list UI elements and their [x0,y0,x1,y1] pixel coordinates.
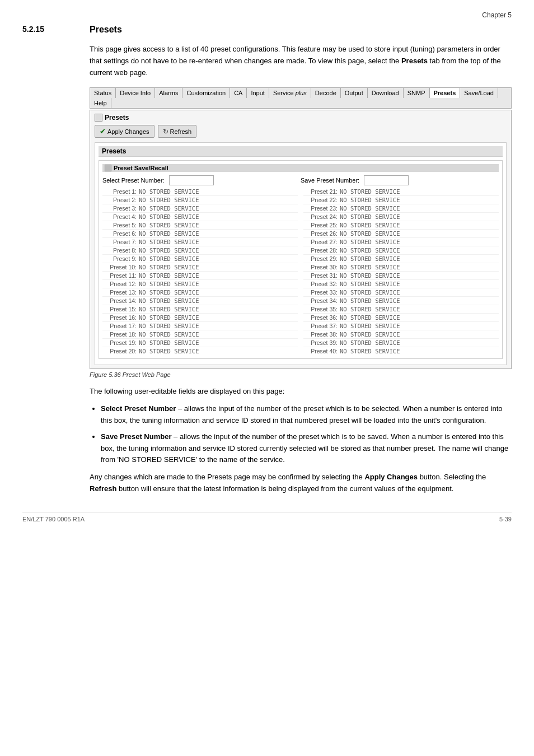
presets-section-title: Presets [99,146,503,157]
list-item: Preset 15:NO STORED SERVICE [102,305,298,314]
save-preset-input[interactable] [364,175,409,185]
nav-item-presets[interactable]: Presets [430,88,461,98]
apply-changes-button[interactable]: ✔ Apply Changes [95,125,154,138]
nav-item-help[interactable]: Help [90,98,111,108]
preset-num: Preset 5: [102,222,139,228]
preset-num: Preset 33: [303,289,340,296]
description-paragraph: This page gives access to a list of 40 p… [90,44,512,78]
preset-value: NO STORED SERVICE [340,205,400,212]
nav-item-decode[interactable]: Decode [311,88,341,98]
section-body: This page gives access to a list of 40 p… [90,44,512,495]
refresh-label: Refresh [170,128,192,135]
preset-num: Preset 19: [102,339,139,346]
preset-value: NO STORED SERVICE [340,314,400,321]
nav-item-device-info[interactable]: Device Info [116,88,155,98]
chapter-ref: Chapter 5 [22,11,512,19]
preset-num: Preset 10: [102,264,139,270]
body-outro: Any changes which are made to the Preset… [90,472,512,495]
refresh-bold: Refresh [90,484,116,493]
refresh-button[interactable]: ↻ Refresh [158,125,197,138]
list-item: Preset 36:NO STORED SERVICE [303,314,499,322]
preset-save-recall-title: Preset Save/Recall [102,164,499,172]
list-item: Preset 23:NO STORED SERVICE [303,204,499,213]
nav-item-customization[interactable]: Customization [182,88,230,98]
list-item: Preset 1:NO STORED SERVICE [102,188,298,196]
list-item: Preset 39:NO STORED SERVICE [303,339,499,347]
preset-num: Preset 3: [102,205,139,212]
list-item: Preset 30:NO STORED SERVICE [303,263,499,272]
list-item: Preset 6:NO STORED SERVICE [102,230,298,238]
preset-num: Preset 16: [102,314,139,321]
preset-value: NO STORED SERVICE [340,281,400,287]
preset-value: NO STORED SERVICE [340,197,400,203]
list-item: Preset 19:NO STORED SERVICE [102,339,298,347]
bullet-list: Select Preset Number – allows the input … [101,403,512,466]
section-title: Presets [90,25,122,35]
preset-num: Preset 15: [102,306,139,312]
preset-value: NO STORED SERVICE [139,247,199,254]
select-preset-input[interactable] [169,175,214,185]
preset-value: NO STORED SERVICE [340,230,400,237]
list-item: Preset 29:NO STORED SERVICE [303,255,499,263]
preset-num: Preset 18: [102,331,139,338]
check-icon: ✔ [100,127,106,136]
list-item: Preset 25:NO STORED SERVICE [303,221,499,230]
list-item: Preset 32:NO STORED SERVICE [303,280,499,288]
save-preset-label: Save Preset Number: [301,177,359,184]
refresh-icon: ↻ [163,128,168,136]
preset-value: NO STORED SERVICE [340,323,400,329]
preset-num: Preset 13: [102,289,139,296]
list-item: Preset 7:NO STORED SERVICE [102,238,298,246]
nav-item-alarms[interactable]: Alarms [155,88,182,98]
preset-num: Preset 9: [102,255,139,262]
preset-num: Preset 27: [303,239,340,245]
preset-value: NO STORED SERVICE [139,197,199,203]
preset-num: Preset 20: [102,348,139,354]
preset-value: NO STORED SERVICE [139,331,199,338]
preset-value: NO STORED SERVICE [340,306,400,312]
page-panel: Presets ✔ Apply Changes ↻ Refresh Preset… [90,110,512,369]
preset-value: NO STORED SERVICE [139,213,199,220]
description-bold: Presets [401,57,428,65]
list-item: Preset 22:NO STORED SERVICE [303,196,499,204]
toolbar: ✔ Apply Changes ↻ Refresh [95,125,507,138]
preset-num: Preset 23: [303,205,340,212]
list-item: Preset 34:NO STORED SERVICE [303,297,499,305]
preset-num: Preset 7: [102,239,139,245]
preset-value: NO STORED SERVICE [139,239,199,245]
select-preset-label: Select Preset Number: [102,177,165,184]
panel-title: Presets [95,114,507,122]
list-item: Preset 24:NO STORED SERVICE [303,213,499,221]
preset-value: NO STORED SERVICE [340,289,400,296]
list-item: Preset 16:NO STORED SERVICE [102,314,298,322]
preset-value: NO STORED SERVICE [340,348,400,354]
sr-icon [105,165,111,171]
preset-save-recall: Preset Save/Recall Select Preset Number:… [99,160,503,359]
list-item: Preset 38:NO STORED SERVICE [303,330,499,339]
body-intro: The following user-editable fields are d… [90,386,512,398]
nav-item-save-load[interactable]: Save/Load [460,88,498,98]
preset-num: Preset 29: [303,255,340,262]
recall-header: Select Preset Number: Save Preset Number… [102,175,499,185]
section-number: 5.2.15 [22,25,56,35]
nav-item-status[interactable]: Status [90,88,116,98]
nav-item-service-plus[interactable]: Service plus [269,88,311,98]
list-item: Preset 11:NO STORED SERVICE [102,272,298,280]
nav-item-input[interactable]: Input [247,88,269,98]
preset-num: Preset 32: [303,281,340,287]
nav-item-download[interactable]: Download [368,88,404,98]
nav-item-snmp[interactable]: SNMP [404,88,430,98]
list-item: Preset 31:NO STORED SERVICE [303,272,499,280]
preset-num: Preset 2: [102,197,139,203]
list-item: Preset 18:NO STORED SERVICE [102,330,298,339]
preset-value: NO STORED SERVICE [139,264,199,270]
nav-item-output[interactable]: Output [341,88,368,98]
nav-item-ca[interactable]: CA [230,88,247,98]
preset-value: NO STORED SERVICE [340,213,400,220]
list-item: Preset 5:NO STORED SERVICE [102,221,298,230]
preset-value: NO STORED SERVICE [340,297,400,304]
preset-num: Preset 36: [303,314,340,321]
preset-value: NO STORED SERVICE [139,188,199,195]
list-item: Preset 17:NO STORED SERVICE [102,322,298,330]
bullet-item-save: Save Preset Number – allows the input of… [101,431,512,466]
